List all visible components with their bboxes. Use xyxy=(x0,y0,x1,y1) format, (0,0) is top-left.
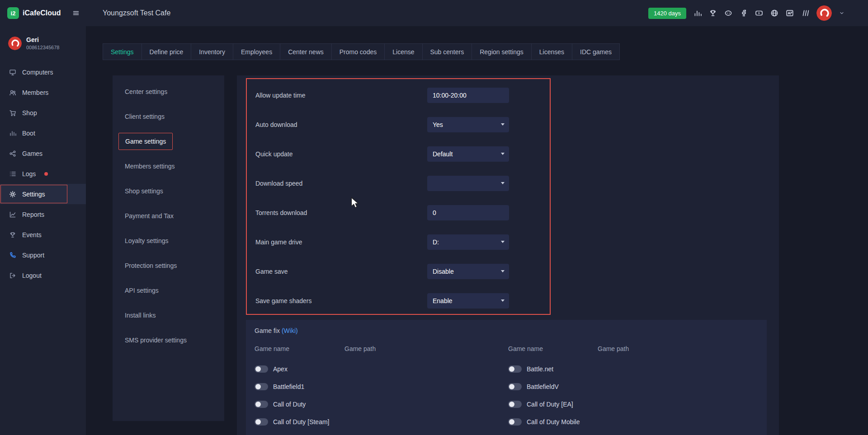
tab-license[interactable]: License xyxy=(384,43,422,60)
sidebar-item-logs[interactable]: Logs xyxy=(0,164,86,184)
game-cell: Call of Duty Mobile xyxy=(508,418,598,426)
form-row-game-save: Game save Disable xyxy=(247,257,550,286)
game-toggle-battlenet[interactable] xyxy=(508,365,522,373)
subnav-game-settings[interactable]: Game settings xyxy=(113,129,224,154)
chevron-down-icon xyxy=(501,182,505,184)
tab-define-price[interactable]: Define price xyxy=(142,43,192,60)
sidebar-item-label: Members xyxy=(22,89,48,96)
save-game-shaders-select[interactable]: Enable xyxy=(427,293,509,309)
column-header: Game name xyxy=(508,345,598,352)
license-days-badge[interactable]: 1420 days xyxy=(648,8,686,19)
tab-inventory[interactable]: Inventory xyxy=(191,43,233,60)
game-name: Battlefield1 xyxy=(273,383,304,390)
logout-icon xyxy=(9,272,16,279)
auto-download-select[interactable]: Yes xyxy=(427,117,509,132)
game-name: Battle.net xyxy=(527,365,553,373)
subnav-api-settings[interactable]: API settings xyxy=(113,278,224,303)
subnav-protection-settings[interactable]: Protection settings xyxy=(113,253,224,278)
game-toggle-call-of-duty-mobile[interactable] xyxy=(508,418,522,426)
download-speed-select[interactable] xyxy=(427,176,509,191)
gear-icon xyxy=(9,191,16,198)
sidebar-item-label: Computers xyxy=(22,69,53,76)
trophy-icon[interactable] xyxy=(709,9,717,17)
wiki-link[interactable]: (Wiki) xyxy=(282,327,298,334)
tab-region-settings[interactable]: Region settings xyxy=(472,43,532,60)
subnav-install-links[interactable]: Install links xyxy=(113,303,224,327)
sidebar-nav: Computers Members Shop Boot Games Logs xyxy=(0,62,86,285)
user-block[interactable]: Geri 008612345678 xyxy=(0,33,86,62)
tab-employees[interactable]: Employees xyxy=(233,43,280,60)
subnav-client-settings[interactable]: Client settings xyxy=(113,104,224,129)
game-toggle-call-of-duty-steam[interactable] xyxy=(255,418,268,426)
game-toggle-battlefieldv[interactable] xyxy=(508,383,522,390)
sidebar-item-label: Boot xyxy=(22,130,35,137)
subnav-center-settings[interactable]: Center settings xyxy=(113,79,224,104)
brand-logo-icon: i2 xyxy=(7,7,19,19)
subnav-label: Shop settings xyxy=(125,187,163,195)
tab-idc-games[interactable]: IDC games xyxy=(572,43,620,60)
form-row-main-game-drive: Main game drive D: xyxy=(247,227,550,257)
quick-update-select[interactable]: Default xyxy=(427,146,509,162)
discord-icon[interactable] xyxy=(724,9,732,17)
stats-icon[interactable] xyxy=(693,9,702,17)
sidebar-item-label: Events xyxy=(22,231,42,239)
nodes-icon xyxy=(9,150,16,157)
game-toggle-apex[interactable] xyxy=(255,365,268,373)
subnav-label: Protection settings xyxy=(125,262,177,269)
subnav-label: Install links xyxy=(125,312,156,319)
game-cell: Battle.net xyxy=(508,365,598,373)
user-avatar[interactable] xyxy=(816,5,832,21)
user-avatar xyxy=(8,37,22,50)
sidebar-item-label: Logout xyxy=(22,272,42,279)
library-icon[interactable] xyxy=(801,9,809,17)
tab-center-news[interactable]: Center news xyxy=(280,43,332,60)
torrents-download-input[interactable] xyxy=(427,205,509,220)
tab-promo-codes[interactable]: Promo codes xyxy=(331,43,385,60)
game-toggle-call-of-duty-ea[interactable] xyxy=(508,401,522,408)
sidebar-item-games[interactable]: Games xyxy=(0,143,86,164)
sidebar-item-shop[interactable]: Shop xyxy=(0,103,86,123)
sidebar-item-label: Reports xyxy=(22,211,44,218)
sidebar-item-logout[interactable]: Logout xyxy=(0,265,86,285)
chevron-down-icon[interactable] xyxy=(839,10,844,16)
sidebar-item-reports[interactable]: Reports xyxy=(0,204,86,225)
game-toggle-battlefield1[interactable] xyxy=(255,383,268,390)
subnav-loyalty-settings[interactable]: Loyalty settings xyxy=(113,228,224,253)
sidebar-item-events[interactable]: Events xyxy=(0,225,86,245)
game-toggle-call-of-duty[interactable] xyxy=(255,401,268,408)
subnav-members-settings[interactable]: Members settings xyxy=(113,154,224,178)
topbar: i2 iCafeCloud Youngzsoft Test Cafe 1420 … xyxy=(0,0,868,26)
youtube-icon[interactable] xyxy=(755,9,763,17)
subnav-label: API settings xyxy=(125,287,159,294)
game-name: Call of Duty [EA] xyxy=(527,401,573,408)
subnav-shop-settings[interactable]: Shop settings xyxy=(113,178,224,203)
sidebar-item-computers[interactable]: Computers xyxy=(0,62,86,82)
hamburger-menu-icon[interactable] xyxy=(72,9,80,17)
tab-settings[interactable]: Settings xyxy=(103,43,142,60)
field-label: Torrents download xyxy=(255,209,427,216)
topbar-brand-area: i2 iCafeCloud xyxy=(0,7,86,19)
language-icon[interactable] xyxy=(786,9,794,17)
sidebar-item-members[interactable]: Members xyxy=(0,82,86,103)
form-row-torrents-download: Torrents download xyxy=(247,198,550,227)
allow-update-time-input[interactable] xyxy=(427,88,509,103)
facebook-icon[interactable] xyxy=(740,9,748,17)
game-fix-headers: Game name Game path Game name Game path xyxy=(255,345,767,352)
game-save-select[interactable]: Disable xyxy=(427,264,509,279)
brand[interactable]: i2 iCafeCloud xyxy=(7,7,61,19)
tab-sub-centers[interactable]: Sub centers xyxy=(422,43,472,60)
globe-icon[interactable] xyxy=(770,9,778,17)
column-header: Game path xyxy=(598,345,767,352)
tab-licenses[interactable]: Licenses xyxy=(531,43,572,60)
sidebar-item-label: Settings xyxy=(22,191,45,198)
sidebar-item-settings[interactable]: Settings xyxy=(0,184,86,204)
main-game-drive-select[interactable]: D: xyxy=(427,234,509,250)
subnav-payment-and-tax[interactable]: Payment and Tax xyxy=(113,203,224,228)
sidebar-item-boot[interactable]: Boot xyxy=(0,123,86,143)
field-label: Game save xyxy=(255,268,427,275)
game-fix-title: Game fix (Wiki) xyxy=(255,327,767,334)
sidebar-item-support[interactable]: Support xyxy=(0,245,86,265)
subnav-sms-provider-settings[interactable]: SMS provider settings xyxy=(113,327,224,352)
cart-icon xyxy=(9,109,16,117)
game-name: Call of Duty Mobile xyxy=(527,418,580,426)
